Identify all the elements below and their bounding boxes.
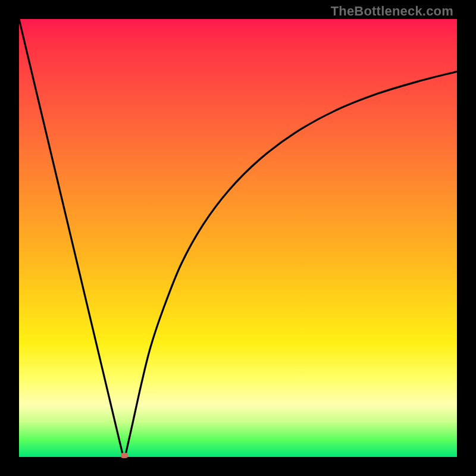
plot-area [19, 19, 457, 457]
chart-frame: TheBottleneck.com [0, 0, 476, 476]
curve-layer [19, 19, 457, 457]
curve-right-branch [125, 71, 457, 457]
curve-left-branch [19, 19, 123, 457]
minimum-dot-icon [121, 453, 128, 458]
watermark-text: TheBottleneck.com [331, 4, 453, 19]
